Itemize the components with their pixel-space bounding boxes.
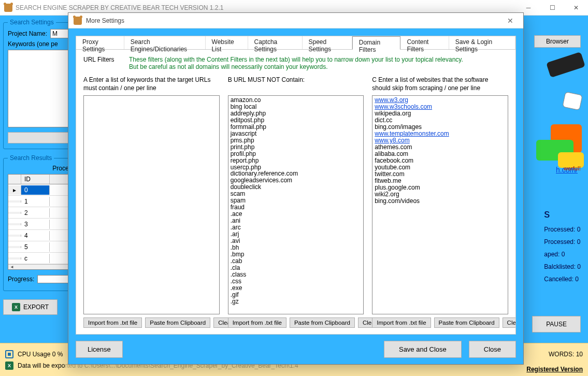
list-item[interactable]: print.php [231, 144, 362, 151]
close-button[interactable]: ✕ [564, 0, 588, 16]
illustration: werful! [524, 36, 584, 155]
dialog-icon [74, 17, 82, 25]
list-item[interactable]: bing local [231, 104, 362, 110]
list-item[interactable]: .arc [231, 224, 362, 231]
column-a-listbox[interactable] [83, 95, 220, 314]
url-filters-label: URL Filters [83, 56, 114, 70]
keywords-label: Keywords (one pe [8, 40, 58, 48]
list-item[interactable]: .bh [231, 244, 362, 251]
excel-status-icon: X [5, 361, 13, 370]
list-item[interactable]: .ani [231, 218, 362, 224]
col-b-paste-button[interactable]: Paste from Clipboard [290, 317, 355, 328]
list-item[interactable]: wikipedia.org [375, 110, 506, 117]
list-item[interactable]: report.php [231, 157, 362, 164]
list-item[interactable]: alibaba.com [375, 151, 506, 157]
list-item[interactable]: spam [231, 197, 362, 204]
list-item[interactable]: profil.php [231, 151, 362, 157]
column-b-header: B URL MUST NOT Contain: [228, 76, 364, 92]
list-item[interactable]: .gif [231, 292, 362, 298]
pause-button[interactable]: PAUSE [532, 316, 581, 332]
list-item[interactable]: amazon.co [231, 97, 362, 104]
list-item[interactable]: javascript [231, 131, 362, 137]
column-c-listbox[interactable]: www.w3.orgwww.w3schools.comwikipedia.org… [372, 95, 508, 314]
tab-save-login-settings[interactable]: Save & Login Settings [449, 36, 515, 49]
list-item[interactable]: .css [231, 278, 362, 285]
list-item[interactable]: pms.php [231, 137, 362, 144]
tab-speed-settings[interactable]: Speed Settings [303, 36, 352, 49]
list-item[interactable]: wiki2.org [375, 191, 506, 198]
more-settings-dialog: More Settings ✕ Proxy SettingsSearch Eng… [68, 12, 524, 365]
col-c-clear-button[interactable]: Clear [503, 317, 515, 328]
save-and-close-button[interactable]: Save and Close [384, 341, 462, 358]
search-results-legend: Search Results [8, 154, 54, 162]
list-item[interactable]: youtube.com [375, 164, 506, 171]
excel-icon: X [12, 303, 20, 311]
list-item[interactable]: .ace [231, 211, 362, 218]
tab-captcha-settings[interactable]: Captcha Settings [248, 36, 303, 49]
tab-strip: Proxy SettingsSearch Engines/Dictionarie… [76, 36, 515, 50]
cpu-icon [5, 350, 13, 358]
dialog-title: More Settings [86, 17, 124, 24]
list-item[interactable]: twitter.com [375, 171, 506, 178]
export-button[interactable]: X EXPORT [3, 299, 58, 315]
list-item[interactable]: facebook.com [375, 157, 506, 164]
tab-website-list[interactable]: Website List [206, 36, 248, 49]
stats-panel: s Processed: 0 Processed: 0 aped: 0 Balc… [544, 202, 581, 288]
list-item[interactable]: .cab [231, 258, 362, 265]
list-item[interactable]: editpost.php [231, 117, 362, 124]
column-a-header: A Enter a list of keywords that the targ… [83, 76, 220, 92]
list-item[interactable]: .avi [231, 238, 362, 244]
tab-search-engines-dictionaries[interactable]: Search Engines/Dictionaries [124, 36, 206, 49]
list-item[interactable]: addreply.php [231, 110, 362, 117]
id-header: ID [21, 175, 50, 184]
column-b-listbox[interactable]: amazon.cobing localaddreply.phpeditpost.… [228, 95, 364, 314]
registered-version-text: Registered Version [526, 366, 583, 373]
list-item[interactable]: formmail.php [231, 124, 362, 131]
search-settings-legend: Search Settings [8, 19, 56, 26]
list-item[interactable]: bing.com/videos [375, 198, 506, 205]
list-item[interactable]: .arj [231, 231, 362, 238]
list-item[interactable]: .cla [231, 265, 362, 271]
col-a-import-button[interactable]: Import from .txt file [83, 317, 142, 328]
col-a-paste-button[interactable]: Paste from Clipboard [145, 317, 210, 328]
app-icon [4, 4, 12, 12]
list-item[interactable]: .class [231, 271, 362, 278]
progress-label: Progress: [8, 276, 34, 283]
list-item[interactable]: fitweb.me [375, 178, 506, 184]
col-c-paste-button[interactable]: Paste from Clipboard [434, 317, 499, 328]
list-item[interactable]: .gz [231, 298, 362, 305]
list-item[interactable]: plus.google.com [375, 184, 506, 191]
license-button[interactable]: License [76, 341, 123, 358]
url-filters-hint: These filters (along with the Content Fi… [129, 56, 463, 70]
list-item[interactable]: fraud [231, 204, 362, 211]
tab-domain-filters[interactable]: Domain Filters [352, 36, 401, 50]
list-item[interactable]: .exe [231, 285, 362, 292]
tab-proxy-settings[interactable]: Proxy Settings [76, 36, 124, 49]
project-name-label: Project Name: [8, 30, 47, 37]
main-title: SEARCH ENGINE SCRAPER BY CREATIVE BEAR T… [16, 4, 223, 11]
column-c-header: C Enter a list of websites that the soft… [372, 76, 508, 92]
list-item[interactable]: scam [231, 191, 362, 197]
cpu-usage-text: CPU Usage 0 % [18, 351, 63, 358]
list-item[interactable]: .bmp [231, 251, 362, 258]
dialog-close-icon[interactable]: ✕ [503, 17, 518, 25]
maximize-button[interactable]: ☐ [540, 0, 564, 16]
col-c-import-button[interactable]: Import from .txt file [372, 317, 431, 328]
tab-content-filters[interactable]: Content Filters [400, 36, 449, 49]
words-count: WORDS: 10 [549, 351, 583, 358]
col-b-import-button[interactable]: Import from .txt file [228, 317, 286, 328]
close-dialog-button[interactable]: Close [469, 341, 516, 358]
list-item[interactable]: doubleclick [231, 184, 362, 191]
